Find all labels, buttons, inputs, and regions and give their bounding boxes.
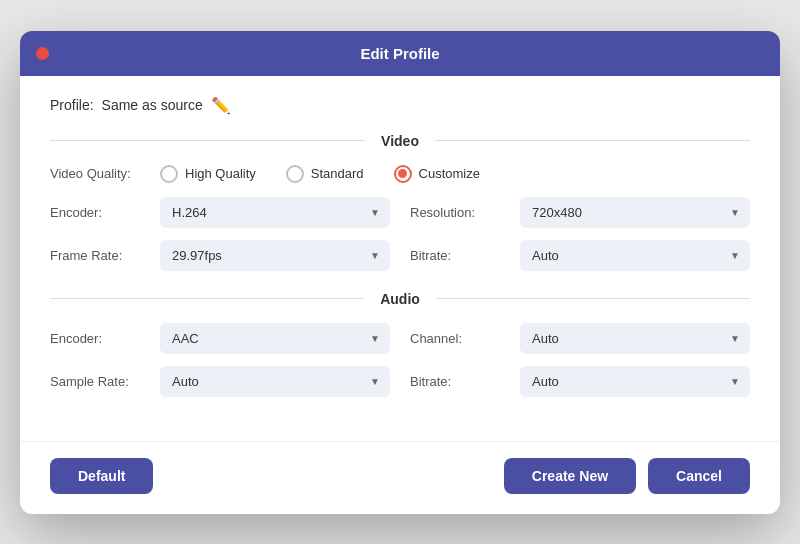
video-quality-label: Video Quality: [50, 166, 160, 181]
footer: Default Create New Cancel [20, 441, 780, 514]
edit-profile-icon[interactable]: ✏️ [211, 96, 231, 115]
video-bitrate-label: Bitrate: [410, 248, 520, 263]
framerate-select-wrapper: 23.976fps 25fps 29.97fps 30fps 60fps ▼ [160, 240, 390, 271]
samplerate-select-wrapper: Auto 22050Hz 44100Hz 48000Hz ▼ [160, 366, 390, 397]
close-button[interactable] [36, 47, 49, 60]
quality-standard-label: Standard [311, 166, 364, 181]
channel-label: Channel: [410, 331, 520, 346]
audio-bitrate-row: Bitrate: Auto 96k 128k 192k ▼ [410, 366, 750, 397]
video-bitrate-select[interactable]: Auto 1000k 2000k 4000k [520, 240, 750, 271]
resolution-select[interactable]: 720x480 1280x720 1920x1080 3840x2160 [520, 197, 750, 228]
profile-label: Profile: [50, 97, 94, 113]
video-fields-grid: Encoder: H.264 H.265 MPEG-4 ProRes ▼ Res… [50, 197, 750, 271]
default-button[interactable]: Default [50, 458, 153, 494]
resolution-label: Resolution: [410, 205, 520, 220]
channel-select[interactable]: Auto Mono Stereo 5.1 [520, 323, 750, 354]
window-title: Edit Profile [360, 45, 439, 62]
audio-encoder-select[interactable]: AAC MP3 AC3 FLAC [160, 323, 390, 354]
audio-encoder-select-wrapper: AAC MP3 AC3 FLAC ▼ [160, 323, 390, 354]
quality-high-radio[interactable] [160, 165, 178, 183]
encoder-row: Encoder: H.264 H.265 MPEG-4 ProRes ▼ [50, 197, 390, 228]
audio-bitrate-label: Bitrate: [410, 374, 520, 389]
encoder-select[interactable]: H.264 H.265 MPEG-4 ProRes [160, 197, 390, 228]
audio-bitrate-select-wrapper: Auto 96k 128k 192k ▼ [520, 366, 750, 397]
create-new-button[interactable]: Create New [504, 458, 636, 494]
audio-section: Audio Encoder: AAC MP3 AC3 FLAC ▼ [50, 291, 750, 397]
quality-customize-option[interactable]: Customize [394, 165, 480, 183]
title-bar: Edit Profile [20, 31, 780, 76]
video-section: Video Video Quality: High Quality Standa… [50, 133, 750, 271]
framerate-select[interactable]: 23.976fps 25fps 29.97fps 30fps 60fps [160, 240, 390, 271]
audio-encoder-label: Encoder: [50, 331, 160, 346]
audio-fields-grid: Encoder: AAC MP3 AC3 FLAC ▼ Channel: [50, 323, 750, 397]
audio-divider: Audio [50, 291, 750, 307]
quality-high-label: High Quality [185, 166, 256, 181]
footer-right-buttons: Create New Cancel [504, 458, 750, 494]
profile-row: Profile: Same as source ✏️ [50, 96, 750, 115]
edit-profile-window: Edit Profile Profile: Same as source ✏️ … [20, 31, 780, 514]
resolution-row: Resolution: 720x480 1280x720 1920x1080 3… [410, 197, 750, 228]
video-quality-row: Video Quality: High Quality Standard Cus… [50, 165, 750, 183]
quality-customize-radio[interactable] [394, 165, 412, 183]
channel-select-wrapper: Auto Mono Stereo 5.1 ▼ [520, 323, 750, 354]
channel-row: Channel: Auto Mono Stereo 5.1 ▼ [410, 323, 750, 354]
encoder-select-wrapper: H.264 H.265 MPEG-4 ProRes ▼ [160, 197, 390, 228]
window-controls [36, 47, 49, 60]
quality-standard-radio[interactable] [286, 165, 304, 183]
framerate-row: Frame Rate: 23.976fps 25fps 29.97fps 30f… [50, 240, 390, 271]
samplerate-select[interactable]: Auto 22050Hz 44100Hz 48000Hz [160, 366, 390, 397]
audio-bitrate-select[interactable]: Auto 96k 128k 192k [520, 366, 750, 397]
video-section-title: Video [365, 133, 435, 149]
samplerate-row: Sample Rate: Auto 22050Hz 44100Hz 48000H… [50, 366, 390, 397]
quality-standard-option[interactable]: Standard [286, 165, 364, 183]
audio-section-title: Audio [364, 291, 436, 307]
quality-high-option[interactable]: High Quality [160, 165, 256, 183]
video-divider: Video [50, 133, 750, 149]
resolution-select-wrapper: 720x480 1280x720 1920x1080 3840x2160 ▼ [520, 197, 750, 228]
quality-customize-label: Customize [419, 166, 480, 181]
audio-encoder-row: Encoder: AAC MP3 AC3 FLAC ▼ [50, 323, 390, 354]
framerate-label: Frame Rate: [50, 248, 160, 263]
samplerate-label: Sample Rate: [50, 374, 160, 389]
video-bitrate-row: Bitrate: Auto 1000k 2000k 4000k ▼ [410, 240, 750, 271]
profile-value: Same as source [102, 97, 203, 113]
encoder-label: Encoder: [50, 205, 160, 220]
video-bitrate-select-wrapper: Auto 1000k 2000k 4000k ▼ [520, 240, 750, 271]
video-quality-options: High Quality Standard Customize [160, 165, 480, 183]
cancel-button[interactable]: Cancel [648, 458, 750, 494]
window-body: Profile: Same as source ✏️ Video Video Q… [20, 76, 780, 441]
